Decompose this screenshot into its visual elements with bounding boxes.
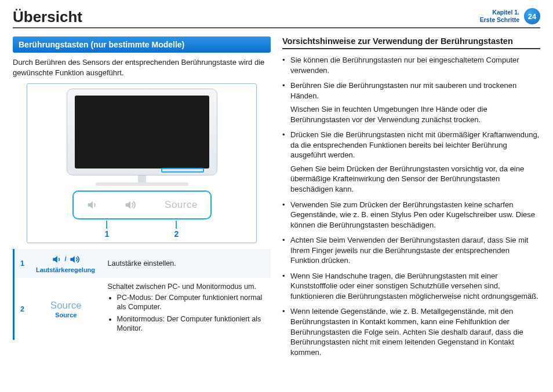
- list-item: Drücken Sie die Berührungstasten nicht m…: [282, 130, 540, 194]
- svg-marker-3: [70, 256, 74, 263]
- svg-marker-1: [126, 202, 130, 209]
- row2-icon-cell: Source Source: [30, 278, 102, 340]
- volume-up-icon: [68, 255, 80, 262]
- page-title: Übersicht: [13, 8, 82, 26]
- row2-bullet-pc: PC-Modus: Der Computer funktioniert norm…: [117, 293, 265, 312]
- precautions-list: Sie können die Berührungstasten nur bei …: [282, 55, 540, 357]
- touch-key-diagram: Source 1 2: [27, 83, 257, 243]
- row2-sub-list: PC-Modus: Der Computer funktioniert norm…: [108, 293, 265, 333]
- source-key-label: Source: [165, 199, 198, 211]
- table-row: 2 Source Source Schaltet zwischen PC- un…: [14, 278, 271, 340]
- diagram-connector-2: 2: [174, 221, 179, 239]
- content-columns: Berührungstasten (nur bestimmte Modelle)…: [13, 36, 540, 362]
- chapter-line1: Kapitel 1.: [492, 9, 519, 16]
- item-text: Wenn Sie Handschuhe tragen, die Berührun…: [290, 272, 539, 301]
- row2-bullet-monitor: Monitormodus: Der Computer funktioniert …: [117, 314, 265, 334]
- diagram-connector-1: 1: [105, 221, 110, 239]
- table-row: 1 /: [14, 249, 271, 278]
- list-item: Verwenden Sie zum Drücken der Berührungs…: [282, 200, 540, 230]
- row2-index: 2: [14, 278, 30, 340]
- item-extra: Wischen Sie in feuchten Umgebungen Ihre …: [290, 104, 540, 124]
- row1-icon-cell: / Lautstärkeregelung: [30, 249, 102, 278]
- volume-up-icon: [123, 199, 136, 211]
- chapter-block: Kapitel 1. Erste Schritte 24: [480, 8, 540, 24]
- touch-strip-highlight: [161, 168, 204, 173]
- list-item: Wenn Sie Handschuhe tragen, die Berührun…: [282, 271, 540, 302]
- monitor-screen: [75, 96, 209, 168]
- row2-title-small: Source: [55, 312, 77, 318]
- chapter-line2: Erste Schritte: [480, 16, 519, 23]
- column-left: Berührungstasten (nur bestimmte Modelle)…: [13, 36, 271, 362]
- item-text: Achten Sie beim Verwenden der Berührungs…: [290, 236, 528, 265]
- touch-key-zoom: Source: [72, 190, 212, 219]
- svg-marker-0: [88, 202, 93, 209]
- diagram-label-1: 1: [105, 229, 110, 239]
- touch-key-table: 1 /: [13, 249, 271, 340]
- list-item: Achten Sie beim Verwenden der Berührungs…: [282, 235, 540, 266]
- monitor-stand: [138, 175, 146, 182]
- chapter-text: Kapitel 1. Erste Schritte: [480, 9, 519, 23]
- row1-index: 1: [14, 249, 30, 278]
- page-header: Übersicht Kapitel 1. Erste Schritte 24: [13, 8, 540, 28]
- page: Übersicht Kapitel 1. Erste Schritte 24 B…: [0, 0, 553, 368]
- row2-desc-intro: Schaltet zwischen PC- und Monitormodus u…: [108, 283, 256, 291]
- list-item: Sie können die Berührungstasten nur bei …: [282, 55, 540, 75]
- section-title-bar: Berührungstasten (nur bestimmte Modelle): [13, 36, 271, 53]
- monitor-illustration: [67, 89, 217, 175]
- svg-marker-2: [53, 256, 58, 263]
- item-text: Drücken Sie die Berührungstasten nicht m…: [290, 130, 539, 159]
- row2-title-big: Source: [36, 300, 96, 312]
- column-right: Vorsichtshinweise zur Verwendung der Ber…: [282, 36, 540, 362]
- item-text: Berühren Sie die Berührungstasten nur mi…: [290, 81, 516, 100]
- monitor-base: [96, 182, 188, 186]
- row1-icon-label: Lautstärkeregelung: [36, 266, 95, 273]
- intro-paragraph: Durch Berühren des Sensors der entsprech…: [13, 57, 271, 78]
- precautions-heading: Vorsichtshinweise zur Verwendung der Ber…: [282, 36, 540, 49]
- row1-desc: Lautstärke einstellen.: [102, 249, 271, 278]
- item-text: Sie können die Berührungstasten nur bei …: [290, 56, 519, 75]
- volume-down-icon: [86, 199, 99, 211]
- page-number-badge: 24: [524, 8, 540, 24]
- diagram-label-2: 2: [174, 229, 179, 239]
- diagram-label-row: 1 2: [72, 221, 212, 239]
- list-item: Wenn leitende Gegenstände, wie z. B. Met…: [282, 306, 540, 357]
- item-text: Verwenden Sie zum Drücken der Berührungs…: [290, 200, 535, 229]
- item-extra: Gehen Sie beim Drücken der Berührungstas…: [290, 164, 540, 195]
- list-item: Berühren Sie die Berührungstasten nur mi…: [282, 80, 540, 124]
- item-text: Wenn leitende Gegenstände, wie z. B. Met…: [290, 307, 523, 356]
- volume-down-icon: [51, 255, 64, 262]
- row2-desc-cell: Schaltet zwischen PC- und Monitormodus u…: [102, 278, 271, 340]
